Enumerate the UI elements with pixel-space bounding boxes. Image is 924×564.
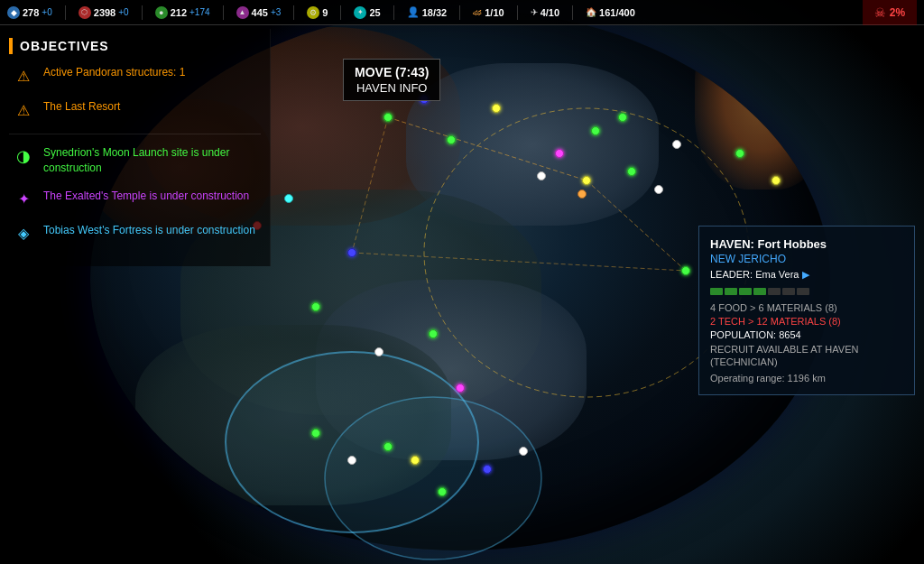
materials-delta: +3 xyxy=(271,7,281,17)
map-marker-26[interactable] xyxy=(772,176,781,185)
haven-range: Operating range: 1196 km xyxy=(710,373,903,384)
map-marker-1[interactable] xyxy=(383,113,393,122)
map-marker-fort-hobbes[interactable] xyxy=(681,266,690,275)
map-marker-7[interactable] xyxy=(537,171,546,180)
map-marker-5[interactable] xyxy=(555,149,564,158)
map-marker-25[interactable] xyxy=(735,149,744,158)
leader-pip-7 xyxy=(797,288,809,295)
move-tooltip[interactable]: MOVE (7:43) HAVEN INFO xyxy=(343,59,440,101)
map-marker-17[interactable] xyxy=(456,384,465,393)
move-label: MOVE (7:43) xyxy=(355,65,429,79)
threat-icon: ☠ xyxy=(874,5,886,20)
leader-bar xyxy=(710,288,903,295)
objective-text-3: Synedrion's Moon Launch site is under co… xyxy=(43,145,261,176)
map-marker-19[interactable] xyxy=(347,456,356,465)
map-marker-2[interactable] xyxy=(447,135,456,144)
map-marker-18[interactable] xyxy=(311,429,320,438)
soldiers-icon: ✦ xyxy=(354,6,366,19)
leader-pip-1 xyxy=(710,288,723,295)
map-marker-14[interactable] xyxy=(311,302,320,311)
materials-icon: ▲ xyxy=(236,6,249,19)
sep-3 xyxy=(223,5,224,20)
objective-pandoran-structures: ⚠ Active Pandoran structures: 1 xyxy=(9,65,261,87)
haven-name: HAVEN: Fort Hobbes xyxy=(710,237,903,251)
vehicles-value: 1/10 xyxy=(485,7,504,18)
map-marker-21[interactable] xyxy=(411,456,420,465)
threat-value: 2% xyxy=(890,6,905,19)
sep-2 xyxy=(142,5,143,20)
aircraft-value: 4/10 xyxy=(541,7,559,18)
objective-text-1: Active Pandoran structures: 1 xyxy=(43,65,185,80)
resource-materials: ▲ 445 +3 xyxy=(236,6,282,19)
map-marker-27[interactable] xyxy=(672,140,681,149)
haven-info-button[interactable]: HAVEN INFO xyxy=(355,81,429,95)
map-marker-13[interactable] xyxy=(582,176,591,185)
haven-faction: NEW JERICHO xyxy=(710,253,903,265)
sep-5 xyxy=(340,5,341,20)
haven-population: POPULATION: 8654 xyxy=(710,329,903,340)
resource-personnel: 👤 18/32 xyxy=(407,6,448,18)
objective-icon-3: ◑ xyxy=(13,145,34,167)
food-icon: ● xyxy=(155,6,168,19)
resource-supplies: ◆ 278 +0 xyxy=(7,6,52,19)
haven-panel: HAVEN: Fort Hobbes NEW JERICHO LEADER: E… xyxy=(698,226,915,395)
resource-research: ⬡ 2398 +0 xyxy=(79,6,129,19)
objective-synedrion: ◑ Synedrion's Moon Launch site is under … xyxy=(9,145,261,176)
leader-pip-5 xyxy=(768,288,781,295)
haven-tech-line: 2 TECH > 12 MATERIALS (8) xyxy=(710,316,903,327)
haven-recruit: RECRUIT AVAILABLE AT HAVEN (TECHNICIAN) xyxy=(710,343,903,369)
leader-pip-4 xyxy=(753,288,766,295)
soldiers-value: 25 xyxy=(369,7,380,18)
supplies-icon: ◆ xyxy=(7,6,20,19)
tech-icon: ⚙ xyxy=(307,6,319,19)
map-marker-15[interactable] xyxy=(374,347,383,356)
sep-1 xyxy=(65,5,66,20)
map-marker-16[interactable] xyxy=(429,329,438,338)
objective-text-4: The Exalted's Temple is under constructi… xyxy=(43,189,249,204)
food-value: 212 xyxy=(171,7,187,18)
map-marker-20[interactable] xyxy=(383,442,393,451)
resource-tech: ⚙ 9 xyxy=(307,6,328,19)
tech-value: 9 xyxy=(322,7,328,18)
objective-text-5: Tobias West's Fortress is under construc… xyxy=(43,223,255,238)
sep-6 xyxy=(393,5,394,20)
objective-icon-4: ✦ xyxy=(13,189,34,210)
objective-icon-1: ⚠ xyxy=(13,65,34,87)
map-marker-4[interactable] xyxy=(492,104,501,113)
map-marker-22[interactable] xyxy=(438,487,447,496)
haven-leader-line: LEADER: Ema Vera ▶ xyxy=(710,269,903,281)
objectives-header: OBJECTIVES xyxy=(9,38,261,54)
food-delta: +174 xyxy=(189,7,210,17)
land-mass-6 xyxy=(135,325,451,505)
section-divider-1 xyxy=(9,134,261,134)
haven-food-line: 4 FOOD > 6 MATERIALS (8) xyxy=(710,302,903,313)
resource-soldiers: ✦ 25 xyxy=(354,6,380,19)
research-delta: +0 xyxy=(118,7,128,17)
map-marker-10[interactable] xyxy=(654,185,663,194)
sep-7 xyxy=(459,5,460,20)
leader-pip-3 xyxy=(739,288,752,295)
map-marker-29[interactable] xyxy=(284,194,293,203)
objectives-bar xyxy=(9,38,13,54)
map-marker-6[interactable] xyxy=(591,126,600,135)
threat-indicator: ☠ 2% xyxy=(863,0,917,25)
top-bar: ◆ 278 +0 ⬡ 2398 +0 ● 212 +174 ▲ 445 +3 ⚙… xyxy=(0,0,924,25)
objective-icon-5: ◈ xyxy=(13,223,34,245)
resource-food: ● 212 +174 xyxy=(155,6,210,19)
objectives-title: OBJECTIVES xyxy=(20,39,109,53)
resource-vehicles: 🏎 1/10 xyxy=(473,7,504,18)
map-marker-28[interactable] xyxy=(618,113,627,122)
left-panel: OBJECTIVES ⚠ Active Pandoran structures:… xyxy=(0,29,271,266)
resource-storage: 🏠 161/400 xyxy=(586,7,635,18)
leader-pip-2 xyxy=(725,288,737,295)
sep-8 xyxy=(517,5,518,20)
personnel-value: 18/32 xyxy=(422,7,448,18)
map-marker-12[interactable] xyxy=(347,248,356,257)
map-marker-24[interactable] xyxy=(519,447,528,456)
storage-value: 161/400 xyxy=(599,7,635,18)
map-marker-9[interactable] xyxy=(627,167,636,176)
map-marker-8[interactable] xyxy=(578,190,587,199)
supplies-value: 278 xyxy=(23,7,39,18)
leader-label: LEADER: Ema Vera xyxy=(710,269,799,280)
map-marker-23[interactable] xyxy=(483,465,492,474)
